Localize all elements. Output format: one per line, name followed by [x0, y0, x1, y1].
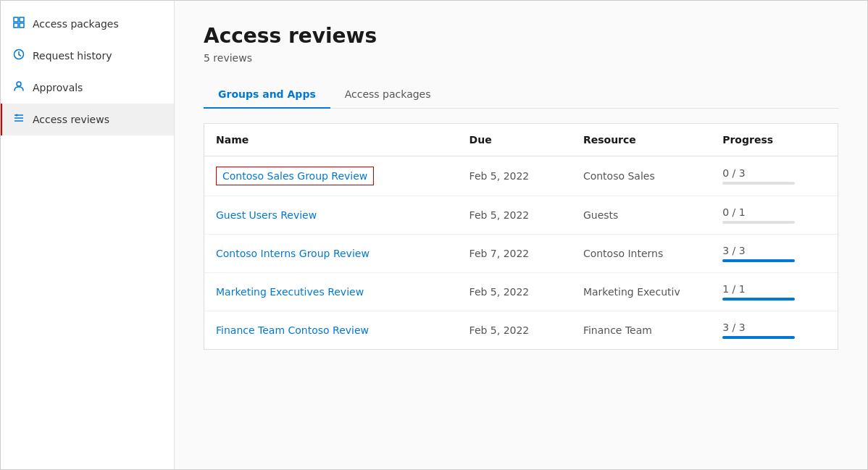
- row-1-resource: Contoso Sales: [572, 156, 711, 196]
- row-5-name-link[interactable]: Finance Team Contoso Review: [216, 324, 369, 336]
- row-1-progress-bar-bg: [722, 182, 795, 185]
- svg-rect-0: [14, 17, 18, 22]
- sidebar: Access packagesRequest historyApprovalsA…: [1, 1, 175, 469]
- sidebar-item-approvals[interactable]: Approvals: [1, 72, 174, 104]
- row-2-due: Feb 5, 2022: [458, 196, 572, 235]
- row-1-progress: 0 / 3: [711, 156, 838, 196]
- sidebar-item-label-approvals: Approvals: [33, 82, 83, 93]
- row-5-progress-text: 3 / 3: [722, 322, 826, 333]
- row-3-progress-bar-bg: [722, 259, 795, 262]
- row-1-progress-text: 0 / 3: [722, 167, 826, 179]
- row-2-resource: Guests: [572, 196, 711, 235]
- row-4-progress-text: 1 / 1: [722, 283, 826, 295]
- main-content: Access reviews 5 reviews Groups and Apps…: [175, 1, 867, 469]
- svg-rect-3: [20, 23, 24, 28]
- row-5-progress-bar-fill: [722, 336, 795, 339]
- request-history-icon: [12, 49, 25, 63]
- th-name: Name: [204, 124, 458, 156]
- sidebar-item-label-request-history: Request history: [33, 50, 112, 62]
- reviews-table-wrapper: NameDueResourceProgress Contoso Sales Gr…: [204, 123, 838, 350]
- th-progress: Progress: [711, 124, 838, 156]
- row-5-progress-bar-bg: [722, 336, 795, 339]
- row-3-due: Feb 7, 2022: [458, 235, 572, 273]
- th-due: Due: [458, 124, 572, 156]
- access-reviews-icon: [12, 112, 25, 127]
- row-2-progress-text: 0 / 1: [722, 206, 826, 218]
- table-row: Finance Team Contoso ReviewFeb 5, 2022Fi…: [204, 311, 838, 350]
- table-row: Contoso Interns Group ReviewFeb 7, 2022C…: [204, 235, 838, 273]
- row-2-name-link[interactable]: Guest Users Review: [216, 209, 317, 221]
- row-2-progress: 0 / 1: [711, 196, 838, 235]
- row-3-progress-bar-fill: [722, 259, 795, 262]
- tab-access-packages[interactable]: Access packages: [330, 81, 446, 109]
- table-header-row: NameDueResourceProgress: [204, 124, 838, 156]
- row-4-name-link[interactable]: Marketing Executives Review: [216, 286, 364, 298]
- row-5-progress: 3 / 3: [711, 311, 838, 350]
- row-4-progress-bar-fill: [722, 298, 795, 301]
- sidebar-item-request-history[interactable]: Request history: [1, 40, 174, 72]
- row-2-progress-bar-bg: [722, 221, 795, 224]
- row-4-due: Feb 5, 2022: [458, 273, 572, 311]
- row-4-progress-bar-bg: [722, 298, 795, 301]
- row-5-name-cell: Finance Team Contoso Review: [204, 311, 458, 350]
- row-4-resource: Marketing Executiv: [572, 273, 711, 311]
- sidebar-item-label-access-reviews: Access reviews: [33, 114, 109, 125]
- sidebar-item-access-reviews[interactable]: Access reviews: [1, 104, 174, 135]
- page-title: Access reviews: [204, 24, 838, 48]
- row-4-progress: 1 / 1: [711, 273, 838, 311]
- reviews-table: NameDueResourceProgress Contoso Sales Gr…: [204, 124, 838, 349]
- row-3-resource: Contoso Interns: [572, 235, 711, 273]
- row-1-name-cell: Contoso Sales Group Review: [204, 156, 458, 196]
- row-2-name-cell: Guest Users Review: [204, 196, 458, 235]
- svg-point-5: [17, 82, 21, 86]
- svg-point-9: [16, 114, 18, 117]
- svg-rect-2: [14, 23, 18, 28]
- row-1-due: Feb 5, 2022: [458, 156, 572, 196]
- sidebar-item-label-access-packages: Access packages: [33, 18, 119, 30]
- table-row: Marketing Executives ReviewFeb 5, 2022Ma…: [204, 273, 838, 311]
- sidebar-item-access-packages[interactable]: Access packages: [1, 8, 174, 40]
- tab-groups-and-apps[interactable]: Groups and Apps: [204, 81, 330, 109]
- row-5-due: Feb 5, 2022: [458, 311, 572, 350]
- row-4-name-cell: Marketing Executives Review: [204, 273, 458, 311]
- row-3-progress: 3 / 3: [711, 235, 838, 273]
- table-row: Contoso Sales Group ReviewFeb 5, 2022Con…: [204, 156, 838, 196]
- tabs-bar: Groups and AppsAccess packages: [204, 81, 838, 109]
- svg-rect-1: [20, 17, 24, 22]
- row-1-name-link[interactable]: Contoso Sales Group Review: [216, 167, 374, 185]
- row-3-name-cell: Contoso Interns Group Review: [204, 235, 458, 273]
- th-resource: Resource: [572, 124, 711, 156]
- row-3-progress-text: 3 / 3: [722, 245, 826, 256]
- row-5-resource: Finance Team: [572, 311, 711, 350]
- reviews-count: 5 reviews: [204, 52, 838, 64]
- access-packages-icon: [12, 17, 25, 31]
- table-row: Guest Users ReviewFeb 5, 2022Guests0 / 1: [204, 196, 838, 235]
- table-body: Contoso Sales Group ReviewFeb 5, 2022Con…: [204, 156, 838, 350]
- row-3-name-link[interactable]: Contoso Interns Group Review: [216, 248, 370, 259]
- approvals-icon: [12, 80, 25, 95]
